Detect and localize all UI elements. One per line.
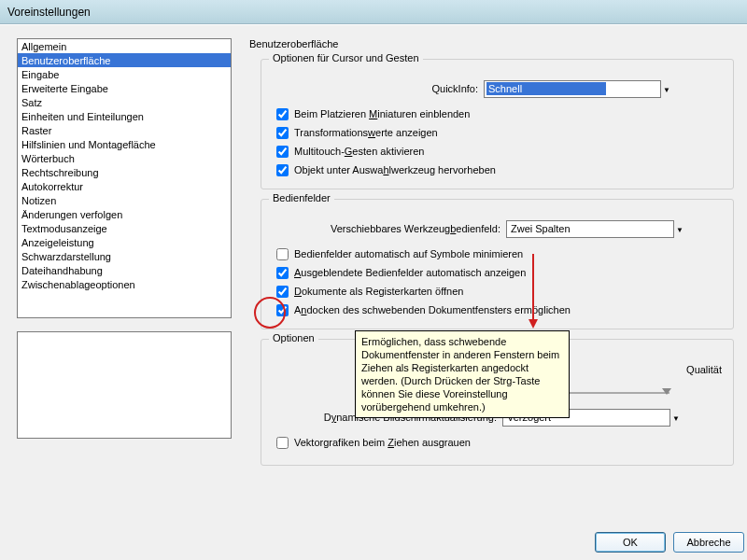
checkbox-docs-tabs-input[interactable] <box>276 286 289 298</box>
category-item[interactable]: Benutzeroberfläche <box>18 53 231 67</box>
window-title: Voreinstellungen <box>7 6 91 19</box>
chevron-down-icon[interactable]: ▼ <box>669 410 683 427</box>
chevron-down-icon[interactable]: ▼ <box>660 81 673 99</box>
checkbox-highlight-object[interactable]: Objekt unter Auswahlwerkzeug hervorheben <box>276 161 722 179</box>
group-label-panels: Bedienfelder <box>269 192 334 203</box>
chevron-down-icon[interactable]: ▼ <box>673 221 686 239</box>
checkbox-minimize-icons[interactable]: Bedienfelder automatisch auf Symbole min… <box>276 245 722 263</box>
category-item[interactable]: Autokorrektur <box>18 179 231 193</box>
checkbox-enable-docking[interactable]: Andocken des schwebenden Dokumentfenster… <box>276 301 722 319</box>
category-item[interactable]: Eingabe <box>18 67 231 81</box>
category-item[interactable]: Anzeigeleistung <box>18 235 231 249</box>
checkbox-gray-vectors-input[interactable] <box>276 437 289 449</box>
checkbox-gray-vectors[interactable]: Vektorgrafiken beim Ziehen ausgrauen <box>276 433 722 452</box>
category-item[interactable]: Raster <box>18 123 231 137</box>
category-item[interactable]: Zwischenablageoptionen <box>18 277 231 291</box>
category-item[interactable]: Allgemein <box>18 39 231 53</box>
ok-button[interactable]: OK <box>595 532 666 553</box>
checkbox-transform-values[interactable]: Transformationswerte anzeigen <box>276 123 722 142</box>
category-item[interactable]: Notizen <box>18 193 231 207</box>
checkbox-show-hidden-input[interactable] <box>276 267 289 279</box>
category-item[interactable]: Einheiten und Einteilungen <box>18 109 231 123</box>
quickinfo-label: QuickInfo: <box>273 83 478 94</box>
checkbox-miniatures[interactable]: Beim Platzieren Miniaturen einblenden <box>276 105 722 123</box>
dialog-buttons: OK Abbreche <box>595 532 747 556</box>
cancel-button[interactable]: Abbreche <box>673 532 744 553</box>
checkbox-show-hidden-panels[interactable]: Ausgeblendete Bedienfelder automatisch a… <box>276 263 722 282</box>
category-item[interactable]: Hilfslinien und Montagefläche <box>18 137 231 151</box>
quality-label: Qualität <box>686 364 722 375</box>
category-item[interactable]: Textmodusanzeige <box>18 221 231 235</box>
category-item[interactable]: Satz <box>18 95 231 109</box>
checkbox-miniatures-input[interactable] <box>276 108 289 120</box>
checkbox-docs-as-tabs[interactable]: Dokumente als Registerkarten öffnen <box>276 282 722 301</box>
category-item[interactable]: Erweiterte Eingabe <box>18 81 231 95</box>
quickinfo-value: Schnell <box>486 82 606 95</box>
category-item[interactable]: Rechtschreibung <box>18 165 231 179</box>
checkbox-transform-input[interactable] <box>276 127 289 139</box>
checkbox-enable-docking-input[interactable] <box>276 304 289 316</box>
toolpanel-value: Zwei Spalten <box>511 223 571 234</box>
group-cursor-gestures: Optionen für Cursor und Gesten QuickInfo… <box>261 59 734 189</box>
toolpanel-label: Verschiebbares Werkzeugbedienfeld: <box>273 223 500 234</box>
checkbox-minimize-input[interactable] <box>276 248 289 260</box>
category-item[interactable]: Änderungen verfolgen <box>18 207 231 221</box>
toolpanel-dropdown[interactable]: Zwei Spalten ▼ <box>506 220 674 238</box>
settings-panel: Benutzeroberfläche Optionen für Cursor u… <box>249 38 747 526</box>
category-list[interactable]: AllgemeinBenutzeroberflächeEingabeErweit… <box>17 38 232 318</box>
category-item[interactable]: Wörterbuch <box>18 151 231 165</box>
checkbox-multitouch-input[interactable] <box>276 146 289 158</box>
tooltip-docking-help: Ermöglichen, dass schwebende Dokumentfen… <box>355 330 570 418</box>
category-item[interactable]: Schwarzdarstellung <box>18 249 231 263</box>
row-quickinfo: QuickInfo: Schnell ▼ <box>273 78 722 99</box>
checkbox-highlight-input[interactable] <box>276 164 289 176</box>
category-item[interactable]: Dateihandhabung <box>18 263 231 277</box>
group-options: Optionen Ermöglichen, dass schwebende Do… <box>261 339 734 466</box>
quickinfo-dropdown[interactable]: Schnell ▼ <box>484 80 661 98</box>
category-description-box <box>17 331 232 439</box>
slider-thumb-icon[interactable] <box>662 388 671 395</box>
group-label-options: Optionen <box>269 332 318 343</box>
group-panels: Bedienfelder Verschiebbares Werkzeugbedi… <box>261 199 734 329</box>
client-area: AllgemeinBenutzeroberflächeEingabeErweit… <box>0 24 747 560</box>
window-titlebar: Voreinstellungen <box>0 0 747 24</box>
checkbox-multitouch[interactable]: Multitouch-Gesten aktivieren <box>276 142 722 161</box>
group-label-cursor: Optionen für Cursor und Gesten <box>269 52 423 63</box>
